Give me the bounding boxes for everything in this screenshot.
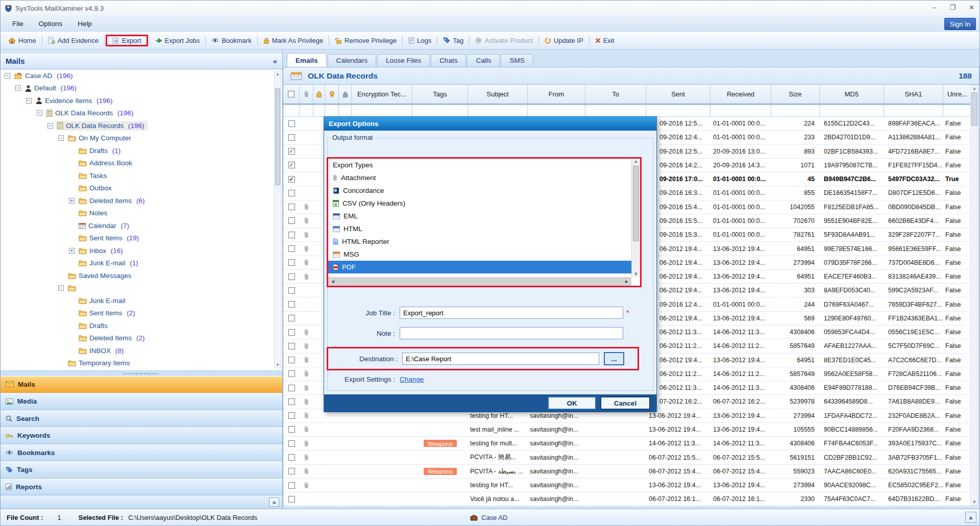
menu-item-help[interactable]: Help [70,16,100,31]
filter-cell-md5[interactable] [820,105,884,116]
toolbar-tag[interactable]: Tag [438,35,468,46]
scroll-up-icon[interactable]: ▲ [276,72,280,77]
tab-calls[interactable]: Calls [467,54,500,67]
tree-item-evidence-items[interactable]: −Evidence Items (196) [1,94,282,107]
row-checkbox[interactable] [288,440,295,447]
row-checkbox[interactable] [288,370,295,377]
filter-cell-lock[interactable] [313,105,325,116]
expander-plus-icon[interactable]: + [69,248,75,254]
statusbar-expand-button[interactable]: ▲ [965,512,976,523]
export-type-pdf[interactable]: PDF [328,261,640,273]
note-input[interactable] [400,327,623,339]
table-scrollbar-thumb[interactable] [971,92,977,126]
column-header-badge[interactable] [325,85,339,104]
tree-item-inbox[interactable]: +Inbox (16) [1,244,282,257]
filter-cell-tags[interactable] [412,105,468,116]
row-checkbox[interactable] [288,273,295,280]
browse-button[interactable]: ... [604,352,624,365]
panel-splitter[interactable] [1,370,282,376]
tab-calendars[interactable]: Calendars [328,54,377,67]
column-header-size[interactable]: Size [771,85,820,104]
tree-scrollbar[interactable]: ▲ ▼ [274,71,281,368]
column-header-unread[interactable]: Unre... [943,85,972,104]
row-checkbox[interactable] [288,496,295,503]
filter-cell-from[interactable] [528,105,585,116]
row-checkbox[interactable] [288,134,295,141]
tree-item-junk-e-mail[interactable]: Junk E-mail (1) [1,257,282,269]
tree-item-junk-e-mail[interactable]: Junk E-mail [1,294,282,307]
toolbar-bookmark[interactable]: Bookmark [207,35,256,46]
minimize-button[interactable]: – [933,4,936,11]
filter-cell-enc[interactable] [352,105,412,116]
filter-cell-size[interactable] [771,105,820,116]
sidebar-item-tags[interactable]: Tags [1,461,282,479]
export-types-scrollbar[interactable]: ▲ ▼ [631,159,640,277]
filter-cell-clip[interactable] [300,105,313,116]
column-header-lock[interactable] [313,85,325,104]
filter-cell-subject[interactable] [468,105,528,116]
row-checkbox[interactable]: ✓ [288,162,295,168]
row-checkbox[interactable] [288,398,295,405]
sidebar-item-media[interactable]: Media [1,393,282,410]
destination-input[interactable] [402,353,599,365]
tab-sms[interactable]: SMS [501,54,533,67]
toolbar-home[interactable]: Home [4,35,41,46]
column-header-received[interactable]: Received [710,85,771,104]
filter-cell-flag[interactable] [339,105,352,116]
row-checkbox[interactable]: ✓ [288,148,295,155]
row-checkbox[interactable] [288,190,295,196]
cancel-button[interactable]: Cancel [600,396,650,410]
sign-in-button[interactable]: Sign In [944,18,976,30]
ok-button[interactable]: OK [548,396,596,410]
tree-item-inbox[interactable]: INBOX (8) [1,344,282,357]
scroll-down-icon[interactable]: ▼ [971,499,978,505]
nav-expand-button[interactable]: » [269,497,279,507]
scroll-down-icon[interactable]: ▼ [632,271,640,277]
tree-item-sent-items[interactable]: Sent Items (2) [1,307,282,319]
column-header-enc[interactable]: Encryption Tec... [352,85,412,104]
row-checkbox[interactable] [288,259,295,266]
row-checkbox[interactable]: ✓ [288,176,295,183]
table-row[interactable]: Weaponstesting for mult...savitasingh@in… [283,437,971,450]
toolbar-export[interactable]: Export [106,35,148,46]
export-type-html[interactable]: HTML [328,222,640,235]
column-header-to[interactable]: To [585,85,646,104]
tree-item-case-ad[interactable]: −Case AD (196) [1,69,282,82]
tree-item-olk-data-records[interactable]: −OLK Data Records (196) [1,107,282,119]
row-checkbox[interactable] [288,120,295,127]
sidebar-item-keywords[interactable]: Keywords [1,427,282,444]
expander-minus-icon[interactable]: − [15,85,21,91]
job-title-input[interactable] [400,307,623,319]
expander-minus-icon[interactable]: − [26,98,32,104]
tab-emails[interactable]: Emails [287,53,327,67]
row-checkbox[interactable] [288,385,295,391]
expander-plus-icon[interactable]: + [69,198,75,204]
toolbar-export-jobs[interactable]: Export Jobs [151,35,205,46]
menu-item-file[interactable]: File [5,16,31,31]
row-checkbox[interactable] [288,301,295,308]
close-button[interactable]: ✕ [969,4,974,11]
export-type-attachment[interactable]: Attachment [328,171,640,184]
export-type-eml[interactable]: EML [328,210,640,222]
tree-item-olk-data-records[interactable]: −OLK Data Records (196) [1,119,282,132]
column-header-sha1[interactable]: SHA1 [884,85,943,104]
row-checkbox[interactable] [288,232,295,238]
export-type-csv-only-headers[interactable]: CSV (Only Headers) [328,197,640,210]
filter-cell-sha1[interactable] [884,105,943,116]
export-type-concordance[interactable]: Concordance [328,184,640,197]
expander-minus-icon[interactable]: − [37,110,42,116]
filter-cell-check[interactable] [283,105,300,116]
column-header-sent[interactable]: Sent [646,85,710,104]
toolbar-add-evidence[interactable]: Add Evidence [43,35,103,46]
tree-item-deleted-items[interactable]: Deleted Items (2) [1,332,282,344]
expander-minus-icon[interactable]: − [58,285,64,291]
change-settings-link[interactable]: Change [400,375,424,383]
sidebar-item-reports[interactable]: Reports [1,479,282,496]
tree-item-drafts[interactable]: Drafts (1) [1,144,282,157]
maximize-button[interactable]: ❐ [949,4,955,11]
expander-minus-icon[interactable]: − [47,123,53,129]
sidebar-item-bookmarks[interactable]: Bookmarks [1,444,282,462]
tab-chats[interactable]: Chats [431,54,466,67]
tree-item-default[interactable]: −Default (196) [1,82,282,94]
menu-item-options[interactable]: Options [31,16,70,31]
